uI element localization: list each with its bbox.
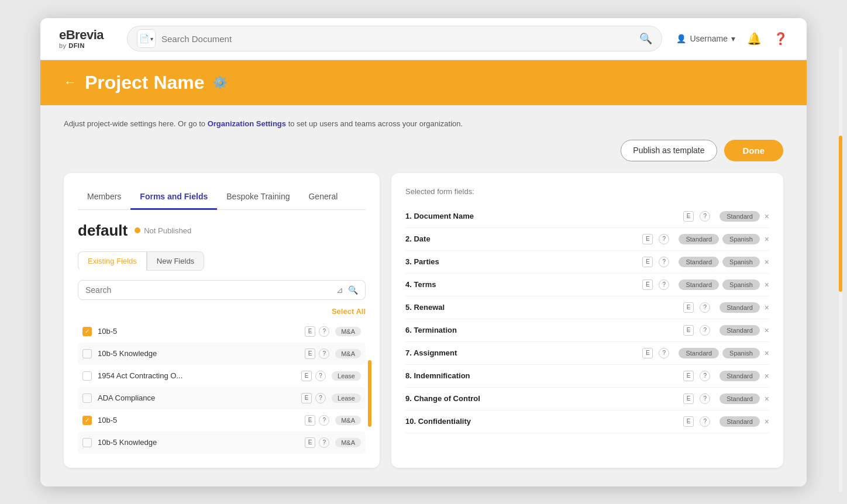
info-icon[interactable]: ? — [319, 326, 329, 337]
info-icon[interactable]: ? — [659, 257, 669, 267]
close-icon[interactable]: × — [765, 417, 769, 426]
field-label: 6. Termination — [405, 326, 679, 334]
search-input[interactable] — [161, 34, 633, 44]
edit-icon[interactable]: E — [642, 348, 653, 358]
checkbox-10b5-knowledge-2[interactable] — [82, 438, 92, 447]
search-icon[interactable]: 🔍 — [639, 32, 652, 45]
document-icon[interactable]: 📄 — [137, 29, 156, 48]
close-icon[interactable]: × — [765, 280, 769, 289]
info-icon[interactable]: ? — [700, 416, 710, 427]
field-name-label: 10b-5 — [98, 327, 299, 336]
logo-company: DFIN — [68, 42, 85, 49]
form-field-row: 2. Date E ? Standard Spanish × — [405, 228, 769, 251]
sub-tab-existing[interactable]: Existing Fields — [78, 251, 147, 271]
form-header: default Not Published — [78, 222, 366, 240]
filter-icon[interactable]: ⊿ — [336, 285, 343, 295]
user-menu[interactable]: 👤 Username ▾ — [676, 34, 735, 43]
form-field-row: 10. Confidentiality E ? Standard × — [405, 410, 769, 433]
list-item: ADA Compliance E ? Lease — [78, 387, 366, 409]
edit-icon[interactable]: E — [642, 279, 653, 290]
search-small-icon[interactable]: 🔍 — [348, 285, 358, 295]
edit-icon[interactable]: E — [683, 371, 694, 381]
info-icon[interactable]: ? — [659, 279, 669, 290]
close-icon[interactable]: × — [765, 234, 769, 244]
project-title: Project Name — [85, 72, 205, 94]
close-icon[interactable]: × — [765, 257, 769, 267]
select-all-row: Select All — [78, 307, 366, 316]
info-icon[interactable]: ? — [315, 393, 326, 403]
type-badge: Lease — [332, 393, 361, 403]
tab-members[interactable]: Members — [78, 187, 130, 210]
info-icon[interactable]: ? — [700, 211, 710, 222]
user-avatar-icon: 👤 — [676, 34, 686, 43]
info-icon[interactable]: ? — [319, 348, 329, 359]
help-icon[interactable]: ❓ — [773, 32, 788, 46]
checkbox-10b5-2[interactable]: ✓ — [82, 416, 92, 425]
settings-gear-icon[interactable]: ⚙️ — [213, 75, 228, 89]
field-search-input[interactable] — [85, 285, 332, 295]
checkbox-1954[interactable] — [82, 371, 92, 381]
info-icon[interactable]: ? — [700, 393, 710, 404]
field-label: 8. Indemnification — [405, 371, 679, 380]
list-item: 1954 Act Contracting O... E ? Lease — [78, 365, 366, 387]
close-icon[interactable]: × — [765, 371, 769, 381]
checkbox-10b5-knowledge-1[interactable] — [82, 349, 92, 358]
form-field-row: 9. Change of Control E ? Standard × — [405, 388, 769, 410]
tab-general[interactable]: General — [299, 187, 347, 210]
edit-icon[interactable]: E — [305, 326, 315, 337]
form-fields-list: 1. Document Name E ? Standard × 2. Date … — [405, 205, 769, 439]
edit-icon[interactable]: E — [305, 437, 315, 448]
edit-icon[interactable]: E — [683, 302, 694, 313]
info-icon[interactable]: ? — [700, 325, 710, 336]
info-icon[interactable]: ? — [659, 234, 669, 244]
edit-icon[interactable]: E — [683, 211, 694, 222]
close-icon[interactable]: × — [765, 348, 769, 358]
form-field-row: 5. Renewal E ? Standard × — [405, 296, 769, 319]
back-arrow-icon[interactable]: ← — [64, 75, 77, 90]
tab-bespoke-training[interactable]: Bespoke Training — [217, 187, 299, 210]
edit-icon[interactable]: E — [642, 257, 653, 267]
info-icon[interactable]: ? — [315, 371, 326, 381]
select-all-link[interactable]: Select All — [332, 307, 366, 316]
field-label: 2. Date — [405, 234, 638, 243]
edit-icon[interactable]: E — [683, 325, 694, 336]
form-field-row: 7. Assignment E ? Standard Spanish × — [405, 342, 769, 365]
close-icon[interactable]: × — [765, 212, 769, 221]
tag-standard: Standard — [679, 234, 719, 244]
tag-standard: Standard — [719, 325, 760, 336]
close-icon[interactable]: × — [765, 303, 769, 312]
type-badge: Lease — [332, 371, 361, 381]
field-label: 9. Change of Control — [405, 394, 679, 403]
field-tags: Standard × — [719, 302, 769, 313]
scroll-thumb — [368, 360, 371, 427]
close-icon[interactable]: × — [765, 394, 769, 403]
field-icons: E ? — [305, 326, 329, 337]
search-bar[interactable]: 📄 🔍 — [127, 26, 662, 51]
type-badge: M&A — [335, 327, 361, 336]
edit-icon[interactable]: E — [305, 348, 315, 359]
org-settings-link[interactable]: Organization Settings — [208, 119, 286, 128]
tab-forms-fields[interactable]: Forms and Fields — [130, 187, 217, 210]
edit-icon[interactable]: E — [642, 234, 653, 244]
info-icon[interactable]: ? — [700, 371, 710, 381]
field-name-label: ADA Compliance — [98, 393, 295, 402]
info-icon[interactable]: ? — [319, 437, 329, 448]
username-label: Username — [690, 34, 728, 43]
edit-icon[interactable]: E — [683, 416, 694, 427]
done-button[interactable]: Done — [724, 140, 784, 161]
edit-icon[interactable]: E — [683, 393, 694, 404]
publish-template-button[interactable]: Publish as template — [621, 140, 717, 161]
info-icon[interactable]: ? — [659, 348, 669, 358]
checkbox-ada[interactable] — [82, 393, 92, 403]
edit-icon[interactable]: E — [305, 415, 315, 426]
info-icon[interactable]: ? — [319, 415, 329, 426]
notification-bell-icon[interactable]: 🔔 — [747, 32, 762, 46]
info-icon[interactable]: ? — [700, 302, 710, 313]
close-icon[interactable]: × — [765, 326, 769, 335]
field-name-label: 1954 Act Contracting O... — [98, 371, 295, 380]
checkbox-10b5-1[interactable]: ✓ — [82, 327, 92, 336]
edit-icon[interactable]: E — [301, 393, 312, 403]
field-tags: Standard × — [719, 393, 769, 404]
sub-tab-new[interactable]: New Fields — [147, 251, 204, 271]
edit-icon[interactable]: E — [301, 371, 312, 381]
